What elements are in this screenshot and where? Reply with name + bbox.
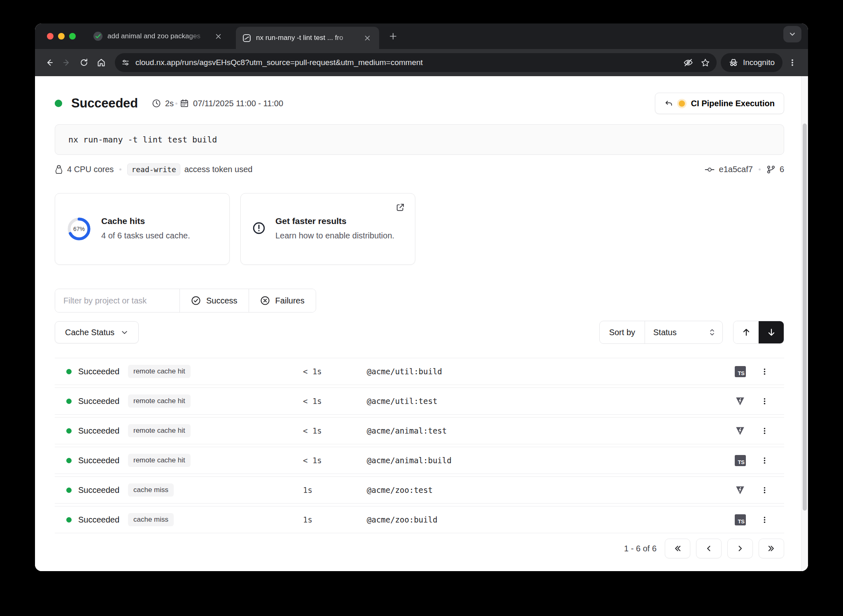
tab-pull-request[interactable]: add animal and zoo packages	[93, 31, 226, 42]
page-scrollbar[interactable]	[801, 76, 808, 571]
browser-menu-button[interactable]	[784, 54, 801, 71]
row-task-name[interactable]: @acme/util:test	[367, 397, 727, 406]
filter-success-button[interactable]: Success	[180, 289, 249, 312]
git-branch-icon	[766, 165, 775, 174]
new-tab-button[interactable]	[387, 30, 400, 43]
tab-search-button[interactable]	[783, 26, 801, 42]
tab-nx-run[interactable]: nx run-many -t lint test ... fro	[236, 27, 379, 49]
sort-descending-button[interactable]	[759, 321, 784, 343]
ci-pipeline-execution-button[interactable]: CI Pipeline Execution	[655, 93, 784, 114]
row-menu-button[interactable]	[756, 457, 773, 464]
table-row[interactable]: Succeeded remote cache hit < 1s @acme/ut…	[55, 358, 784, 385]
arrow-up-icon	[742, 328, 751, 337]
chevron-down-icon	[121, 329, 128, 336]
row-menu-button[interactable]	[756, 516, 773, 524]
row-menu-button[interactable]	[756, 368, 773, 376]
row-task-name[interactable]: @acme/util:build	[367, 367, 727, 376]
filter-input[interactable]	[55, 289, 179, 312]
commit-hash[interactable]: e1a5caf7	[719, 165, 753, 174]
row-menu-button[interactable]	[756, 397, 773, 405]
row-status-dot	[66, 458, 72, 463]
cache-status-badge: cache miss	[128, 513, 174, 526]
cache-status-badge: remote cache hit	[128, 424, 191, 437]
row-menu-button[interactable]	[756, 486, 773, 494]
table-row[interactable]: Succeeded remote cache hit < 1s @acme/an…	[55, 447, 784, 474]
calendar-icon	[180, 99, 189, 108]
previous-page-button[interactable]	[696, 539, 722, 558]
close-tab-icon[interactable]	[362, 33, 373, 43]
clock-icon	[152, 99, 161, 108]
url-text[interactable]: cloud.nx.app/runs/agsvEHsQc8?utm_source=…	[135, 58, 676, 67]
incognito-icon	[729, 58, 738, 68]
external-link-icon[interactable]	[396, 203, 405, 214]
desktop-background: add animal and zoo packages nx run-many …	[0, 0, 843, 616]
table-row[interactable]: Succeeded cache miss 1s @acme/zoo:build …	[55, 506, 784, 533]
reload-button[interactable]	[75, 54, 93, 71]
close-window-button[interactable]	[47, 33, 54, 40]
chevrons-left-icon	[673, 544, 682, 553]
row-duration: < 1s	[303, 367, 367, 376]
eye-slash-icon[interactable]	[683, 58, 693, 68]
card-title: Get faster results	[275, 216, 395, 226]
table-row[interactable]: Succeeded remote cache hit < 1s @acme/ut…	[55, 387, 784, 415]
filter-failures-button[interactable]: Failures	[249, 289, 316, 312]
row-status-dot	[66, 517, 72, 523]
github-pr-check-icon	[93, 32, 102, 41]
cache-status-badge: remote cache hit	[128, 394, 191, 408]
row-task-name[interactable]: @acme/animal:test	[367, 426, 727, 435]
table-row[interactable]: Succeeded remote cache hit < 1s @acme/an…	[55, 417, 784, 444]
cache-status-dropdown[interactable]: Cache Status	[55, 321, 139, 343]
pagination-label: 1 - 6 of 6	[624, 544, 657, 553]
tab-title: nx run-many -t lint test ... fro	[256, 34, 357, 42]
row-status-label: Succeeded	[78, 515, 119, 525]
first-page-button[interactable]	[665, 539, 690, 558]
site-settings-icon[interactable]	[121, 58, 130, 67]
browser-toolbar: cloud.nx.app/runs/agsvEHsQc8?utm_source=…	[35, 49, 808, 76]
sort-select[interactable]: Status	[645, 321, 722, 343]
card-title: Cache hits	[101, 216, 190, 226]
next-page-button[interactable]	[727, 539, 753, 558]
table-row[interactable]: Succeeded cache miss 1s @acme/zoo:test	[55, 476, 784, 504]
branch-count[interactable]: 6	[780, 165, 784, 174]
typescript-icon: TS	[735, 514, 746, 525]
vitest-icon	[735, 425, 745, 436]
x-circle-icon	[260, 296, 270, 306]
back-button[interactable]	[41, 54, 58, 71]
sort-by-label: Sort by	[600, 321, 645, 343]
cache-status-badge: cache miss	[128, 483, 174, 497]
sort-ascending-button[interactable]	[734, 321, 759, 343]
row-task-name[interactable]: @acme/animal:build	[367, 456, 727, 465]
row-menu-button[interactable]	[756, 427, 773, 435]
chevrons-right-icon	[767, 544, 776, 553]
browser-window: add animal and zoo packages nx run-many …	[35, 23, 808, 571]
typescript-icon: TS	[735, 366, 746, 377]
close-tab-icon[interactable]	[213, 31, 224, 42]
row-task-name[interactable]: @acme/zoo:build	[367, 515, 727, 524]
bookmark-star-icon[interactable]	[701, 58, 710, 68]
zoom-window-button[interactable]	[69, 33, 76, 40]
home-button[interactable]	[93, 54, 110, 71]
run-status-title: Succeeded	[71, 96, 138, 111]
cache-percent-label: 67%	[67, 217, 91, 241]
card-subtitle: 4 of 6 tasks used cache.	[101, 230, 190, 242]
minimize-window-button[interactable]	[58, 33, 65, 40]
address-bar[interactable]: cloud.nx.app/runs/agsvEHsQc8?utm_source=…	[115, 53, 717, 72]
task-table: Succeeded remote cache hit < 1s @acme/ut…	[55, 358, 784, 533]
row-status-dot	[66, 399, 72, 404]
run-status-dot	[55, 100, 62, 107]
nx-cloud-icon	[242, 34, 251, 42]
row-duration: < 1s	[303, 456, 367, 465]
row-task-name[interactable]: @acme/zoo:test	[367, 485, 727, 495]
workflow-status-dot	[679, 100, 685, 107]
cache-hits-card[interactable]: 67% Cache hits 4 of 6 tasks used cache.	[55, 193, 230, 265]
row-status-dot	[66, 369, 72, 374]
arrow-down-icon	[767, 328, 776, 337]
scrollbar-thumb[interactable]	[803, 124, 807, 511]
info-circle-icon	[252, 222, 265, 236]
last-page-button[interactable]	[759, 539, 784, 558]
forward-button[interactable]	[58, 54, 75, 71]
cache-donut-chart: 67%	[67, 217, 91, 241]
faster-results-card[interactable]: Get faster results Learn how to enable d…	[240, 193, 415, 265]
pagination: 1 - 6 of 6	[55, 539, 784, 558]
tool-icon	[727, 396, 756, 406]
